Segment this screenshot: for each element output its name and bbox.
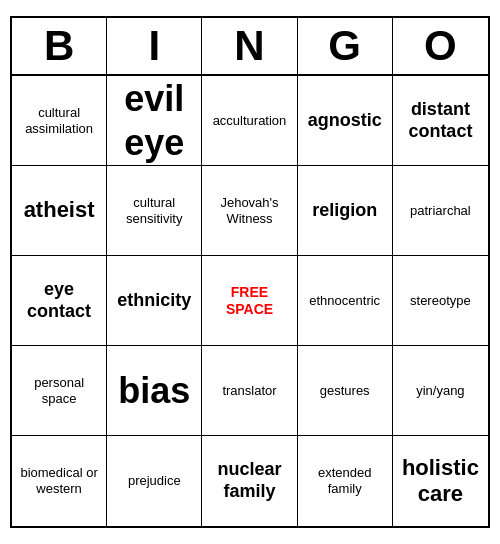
bingo-cell: holistic care [393,436,488,526]
bingo-card: BINGO cultural assimilationevil eyeaccul… [10,16,490,528]
bingo-cell: nuclear family [202,436,297,526]
bingo-cell: FREE SPACE [202,256,297,346]
bingo-cell: patriarchal [393,166,488,256]
bingo-header: BINGO [12,18,488,76]
header-letter: B [12,18,107,74]
bingo-cell: translator [202,346,297,436]
header-letter: N [202,18,297,74]
bingo-grid: cultural assimilationevil eyeacculturati… [12,76,488,526]
bingo-cell: evil eye [107,76,202,166]
bingo-cell: distant contact [393,76,488,166]
bingo-cell: acculturation [202,76,297,166]
bingo-cell: atheist [12,166,107,256]
bingo-cell: ethnocentric [298,256,393,346]
bingo-cell: extended family [298,436,393,526]
bingo-cell: biomedical or western [12,436,107,526]
bingo-cell: bias [107,346,202,436]
bingo-cell: stereotype [393,256,488,346]
bingo-cell: Jehovah's Witness [202,166,297,256]
bingo-cell: agnostic [298,76,393,166]
bingo-cell: yin/yang [393,346,488,436]
header-letter: I [107,18,202,74]
bingo-cell: religion [298,166,393,256]
bingo-cell: prejudice [107,436,202,526]
bingo-cell: ethnicity [107,256,202,346]
bingo-cell: personal space [12,346,107,436]
header-letter: O [393,18,488,74]
header-letter: G [298,18,393,74]
bingo-cell: cultural assimilation [12,76,107,166]
bingo-cell: gestures [298,346,393,436]
bingo-cell: cultural sensitivity [107,166,202,256]
bingo-cell: eye contact [12,256,107,346]
